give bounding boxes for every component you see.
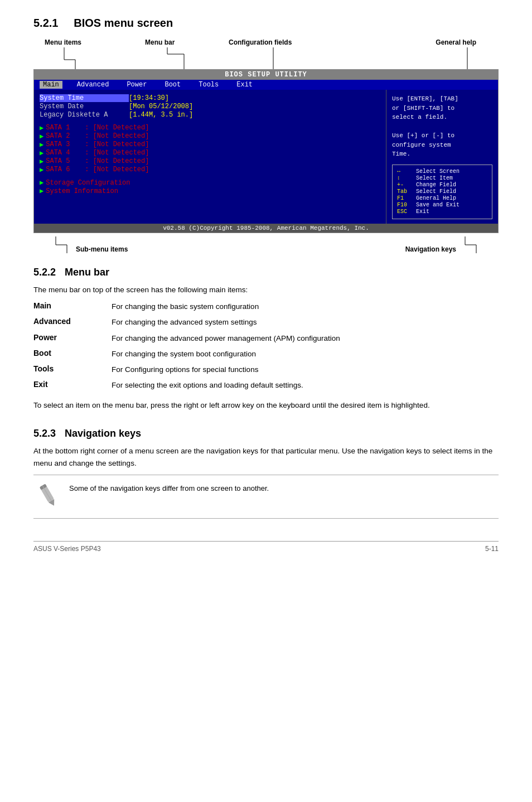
bios-field-diskette: Legacy Diskette A [1.44M, 3.5 in.] [40,111,380,119]
connector-lines-top [33,38,499,69]
connector-nav-keys [460,236,493,253]
menu-item-advanced: Advanced For changing the advanced syste… [33,317,499,328]
section-523-heading: 5.2.3 Navigation keys [33,428,499,439]
bios-right-panel: Use [ENTER], [TAB] or [SHIFT-TAB] to sel… [386,90,498,224]
connector-sub-menu [39,236,72,253]
bios-menu-boot[interactable]: Boot [161,81,184,89]
section-523-title: Navigation keys [65,428,141,439]
bios-nav-keys-box: ↔ Select Screen ↕ Select Item +- Change … [392,165,492,219]
bios-diagram: Menu items Menu bar Configuration fields… [33,38,499,253]
bios-menu-exit[interactable]: Exit [233,81,256,89]
bios-left-panel: System Time [19:34:30] System Date [Mon … [34,90,386,224]
menu-item-boot: Boot For changing the system boot config… [33,349,499,360]
menu-item-power: Power For changing the advanced power ma… [33,333,499,344]
menu-definition-list: Main For changing the basic system confi… [33,301,499,392]
bios-sata-5: ▶ SATA 5 : [Not Detected] [40,157,380,166]
note-icon [33,481,61,513]
diagram-top-labels: Menu items Menu bar Configuration fields… [33,38,499,69]
bios-sata-6: ▶ SATA 6 : [Not Detected] [40,166,380,174]
bios-screen: BIOS SETUP UTILITY Main Advanced Power B… [33,69,499,233]
bios-field-system-date: System Date [Mon 05/12/2008] [40,103,380,110]
note-box: Some of the navigation keys differ from … [33,475,499,519]
label-sub-menu-items: Sub-menu items [76,236,128,253]
bios-content-area: System Time [19:34:30] System Date [Mon … [34,90,498,224]
bios-menu-bar: Main Advanced Power Boot Tools Exit [34,80,498,90]
menu-item-exit: Exit For selecting the exit options and … [33,380,499,391]
note-text: Some of the navigation keys differ from … [69,481,269,494]
bios-field-system-time: System Time [19:34:30] [40,94,380,102]
bios-nav-select-screen: ↔ Select Screen [397,168,487,175]
bios-menu-tools[interactable]: Tools [195,81,222,89]
section-521-number: 5.2.1 [33,17,58,29]
section-521-heading: 5.2.1 BIOS menu screen [33,17,499,30]
menu-item-main: Main For changing the basic system confi… [33,301,499,312]
bios-submenu-sysinfo: ▶ System Information [40,187,380,195]
bios-nav-esc: ESC Exit [397,209,487,215]
bios-footer: v02.58 (C)Copyright 1985-2008, American … [34,224,498,233]
bios-sata-3: ▶ SATA 3 : [Not Detected] [40,141,380,149]
section-523-number: 5.2.3 [33,428,56,439]
bios-title: BIOS SETUP UTILITY [34,70,498,80]
bios-sata-2: ▶ SATA 2 : [Not Detected] [40,132,380,141]
bios-menu-advanced[interactable]: Advanced [74,81,113,89]
section-522-title: Menu bar [65,267,109,278]
section-522-heading: 5.2.2 Menu bar [33,267,499,278]
bios-nav-change-field: +- Change Field [397,182,487,188]
bios-help-text: Use [ENTER], [TAB] or [SHIFT-TAB] to sel… [392,94,492,159]
bios-sata-1: ▶ SATA 1 : [Not Detected] [40,124,380,132]
bios-submenu-storage: ▶ Storage Configuration [40,178,380,187]
menu-bar-outro: To select an item on the menu bar, press… [33,399,499,412]
section-522-number: 5.2.2 [33,267,56,278]
bios-nav-f1: F1 General Help [397,195,487,201]
label-navigation-keys: Navigation keys [405,236,456,253]
section-523: 5.2.3 Navigation keys At the bottom righ… [33,428,499,519]
bios-nav-select-field: Tab Select Field [397,189,487,195]
bios-menu-power[interactable]: Power [123,81,150,89]
menu-item-tools: Tools For Configuring options for specia… [33,364,499,375]
bios-menu-main[interactable]: Main [40,81,62,89]
bios-sata-4: ▶ SATA 4 : [Not Detected] [40,149,380,157]
bios-nav-select-item: ↕ Select Item [397,175,487,181]
page-footer: ASUS V-Series P5P43 5-11 [33,541,499,553]
section-522: 5.2.2 Menu bar The menu bar on top of th… [33,267,499,412]
footer-product: ASUS V-Series P5P43 [33,545,101,553]
menu-bar-intro: The menu bar on top of the screen has th… [33,284,499,296]
bios-nav-f10: F10 Save and Exit [397,202,487,208]
footer-page: 5-11 [485,545,499,553]
nav-keys-body: At the bottom right corner of a menu scr… [33,445,499,469]
section-521-title: BIOS menu screen [74,17,173,29]
